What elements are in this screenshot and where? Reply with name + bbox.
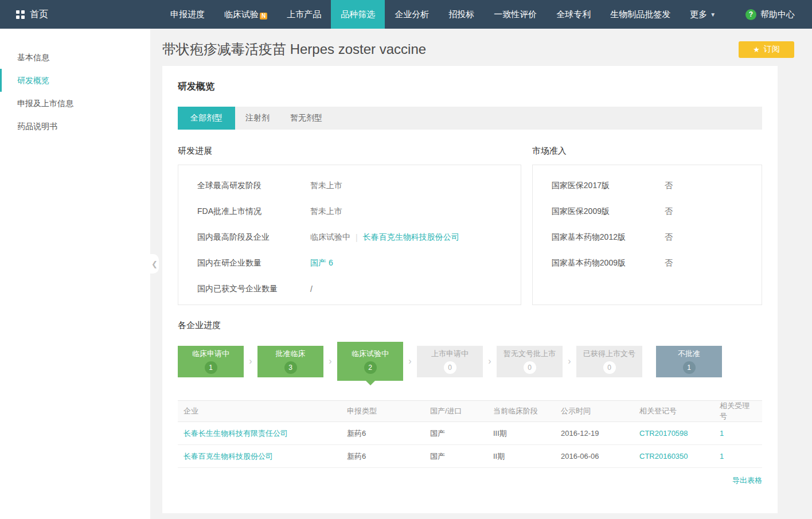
star-icon: ★ [753,45,760,54]
cell-phase: III期 [487,422,555,445]
chevron-right-icon: › [563,356,576,366]
registration-link[interactable]: CTR20160350 [639,452,688,461]
stage-in-clinical-trial[interactable]: 临床试验中2 [337,342,403,381]
nav-item-biologics-release[interactable]: 生物制品批签发 [600,0,680,29]
home-button[interactable]: 首页 [0,0,64,29]
sidebar-collapse-button[interactable]: ❮ [150,254,159,274]
sidebar: 基本信息 研发概览 申报及上市信息 药品说明书 [0,29,150,519]
company-link[interactable]: 长春百克生物科技股份公司 [363,232,459,243]
cell-origin: 国产 [424,445,487,468]
cell-date: 2016-06-06 [555,445,634,468]
overview-title: 研发概览 [178,81,762,93]
grid-menu-icon [16,10,25,19]
rnd-progress-section: 研发进展 全球最高研发阶段 暂未上市 FDA批准上市情况 暂未上市 国内最高阶段… [178,146,521,305]
stage-count: 3 [284,361,297,374]
nav-item-declare-progress[interactable]: 申报进度 [161,0,214,29]
tab-all-forms[interactable]: 全部剂型 [178,107,235,130]
sidebar-item-declaration-listing[interactable]: 申报及上市信息 [0,92,150,115]
help-icon: ? [745,9,756,20]
info-row: FDA批准上市情况 暂未上市 [197,198,521,224]
chevron-right-icon: › [244,356,257,366]
acceptance-link[interactable]: 1 [720,429,724,438]
stage-count: 1 [683,361,696,374]
nav-item-more[interactable]: 更多▼ [680,0,725,29]
col-type: 申报类型 [341,401,424,422]
market-access-section: 市场准入 国家医保2017版 否 国家医保2009版 否 国家基本药物2012版… [532,146,762,305]
col-origin: 国产/进口 [424,401,487,422]
page-header: 带状疱疹减毒活疫苗 Herpes zoster vaccine ★ 订阅 [150,29,812,58]
subscribe-button[interactable]: ★ 订阅 [739,41,794,58]
pipeline: 临床申请中1 › 批准临床3 › 临床试验中2 › 上市申请中0 › 暂无文号批… [178,341,762,382]
stage-count: 2 [364,361,377,374]
nav-item-global-patents[interactable]: 全球专利 [546,0,600,29]
market-access-title: 市场准入 [532,146,762,157]
cell-type: 新药6 [341,422,424,445]
rnd-progress-title: 研发进展 [178,146,521,157]
pipeline-title: 各企业进度 [178,320,762,331]
col-company: 企业 [178,401,341,422]
stage-clinical-applying[interactable]: 临床申请中1 [178,346,244,377]
nav-item-marketed-products[interactable]: 上市产品 [277,0,331,29]
chevron-right-icon: › [483,356,497,366]
domestic-count-link[interactable]: 国产 6 [310,258,333,268]
top-nav: 首页 申报进度 临床试验N 上市产品 品种筛选 企业分析 招投标 一致性评价 全… [0,0,812,29]
info-row: 国内最高阶段及企业 临床试验中 | 长春百克生物科技股份公司 [197,224,521,250]
info-row: 国家基本药物2009版 否 [552,250,762,276]
company-link[interactable]: 长春长生生物科技有限责任公司 [184,429,288,438]
info-row: 国内已获文号企业数量 / [197,276,521,302]
nav-item-bidding[interactable]: 招投标 [439,0,484,29]
stage-license-obtained[interactable]: 已获得上市文号0 [576,346,642,377]
info-row: 国家基本药物2012版 否 [552,224,762,250]
table-header-row: 企业 申报类型 国产/进口 当前临床阶段 公示时间 相关登记号 相关受理号 [178,401,762,422]
chevron-right-icon: › [403,356,417,366]
nav-item-clinical-trials[interactable]: 临床试验N [214,0,277,29]
stage-count: 0 [524,361,536,374]
enterprise-table: 企业 申报类型 国产/进口 当前临床阶段 公示时间 相关登记号 相关受理号 长春… [178,400,762,468]
dosage-form-tabs: 全部剂型 注射剂 暂无剂型 [178,107,762,130]
nav-item-consistency-evaluation[interactable]: 一致性评价 [484,0,546,29]
stage-count: 1 [205,361,217,374]
cell-origin: 国产 [424,422,487,445]
chevron-right-icon: › [323,356,337,366]
subscribe-label: 订阅 [764,44,780,54]
stage-clinical-approved[interactable]: 批准临床3 [257,346,323,377]
cell-type: 新药6 [341,445,424,468]
home-label: 首页 [30,9,48,21]
stage-not-approved[interactable]: 不批准1 [656,346,722,377]
company-link[interactable]: 长春百克生物科技股份公司 [184,452,273,461]
stage-count: 0 [603,361,616,374]
info-row: 国家医保2017版 否 [552,173,762,198]
table-row: 长春长生生物科技有限责任公司 新药6 国产 III期 2016-12-19 CT… [178,422,762,445]
stage-listing-applying[interactable]: 上市申请中0 [417,346,483,377]
sidebar-item-rnd-overview[interactable]: 研发概览 [0,69,150,92]
main-content: 带状疱疹减毒活疫苗 Herpes zoster vaccine ★ 订阅 研发概… [150,29,812,519]
nav-menu: 申报进度 临床试验N 上市产品 品种筛选 企业分析 招投标 一致性评价 全球专利… [161,0,725,29]
acceptance-link[interactable]: 1 [720,452,724,461]
rnd-progress-box: 全球最高研发阶段 暂未上市 FDA批准上市情况 暂未上市 国内最高阶段及企业 临… [178,165,521,305]
market-access-box: 国家医保2017版 否 国家医保2009版 否 国家基本药物2012版 否 国家… [532,165,762,305]
table-row: 长春百克生物科技股份公司 新药6 国产 II期 2016-06-06 CTR20… [178,445,762,468]
info-row: 全球最高研发阶段 暂未上市 [197,173,521,198]
page-title: 带状疱疹减毒活疫苗 Herpes zoster vaccine [162,40,426,58]
stage-no-license-approved[interactable]: 暂无文号批上市0 [497,346,563,377]
nav-item-enterprise-analysis[interactable]: 企业分析 [385,0,439,29]
nav-item-variety-screening[interactable]: 品种筛选 [331,0,385,29]
new-badge: N [260,13,267,19]
tab-no-form[interactable]: 暂无剂型 [280,107,333,130]
export-table-link[interactable]: 导出表格 [732,476,762,485]
tab-injection[interactable]: 注射剂 [235,107,280,130]
help-center-button[interactable]: ? 帮助中心 [728,0,812,29]
divider: | [356,233,358,242]
registration-link[interactable]: CTR20170598 [639,429,688,438]
chevron-down-icon: ▼ [710,11,716,18]
sidebar-item-drug-instructions[interactable]: 药品说明书 [0,115,150,138]
info-row: 国家医保2009版 否 [552,198,762,224]
cell-date: 2016-12-19 [555,422,634,445]
col-phase: 当前临床阶段 [487,401,555,422]
col-accept: 相关受理号 [714,401,762,422]
stage-count: 0 [444,361,456,374]
sidebar-item-basic-info[interactable]: 基本信息 [0,46,150,69]
col-date: 公示时间 [555,401,634,422]
cell-phase: II期 [487,445,555,468]
help-label: 帮助中心 [760,9,795,20]
